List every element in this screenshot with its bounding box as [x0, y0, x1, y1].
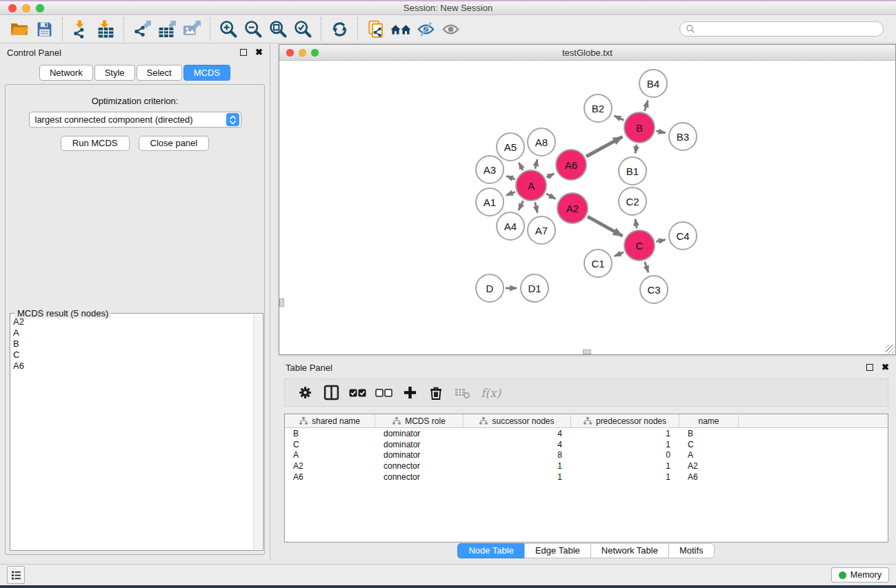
mcds-result-item[interactable]: C [13, 349, 263, 361]
column-header-shared-name[interactable]: shared name [285, 414, 375, 427]
node-A1[interactable]: A1 [475, 187, 504, 216]
zoom-network-window-button[interactable] [311, 49, 319, 57]
edge-A-A6[interactable] [546, 174, 554, 178]
close-network-window-button[interactable] [286, 49, 294, 57]
node-C2[interactable]: C2 [618, 187, 647, 216]
table-row[interactable]: A6connector11A6 [285, 472, 888, 483]
node-B[interactable]: B [624, 112, 655, 143]
add-row-button[interactable] [398, 382, 421, 404]
tab-select[interactable]: Select [137, 65, 182, 81]
window-resize-grip[interactable] [886, 345, 895, 354]
node-A5[interactable]: A5 [496, 132, 525, 161]
select-all-button[interactable] [346, 382, 369, 404]
task-history-button[interactable] [7, 566, 25, 584]
hide-graphics-details-button[interactable] [413, 17, 438, 41]
tab-edge-table[interactable]: Edge Table [524, 543, 591, 558]
edge-A6-B[interactable] [586, 136, 622, 156]
close-table-panel-icon[interactable]: ✖ [882, 364, 889, 371]
node-B2[interactable]: B2 [584, 94, 613, 123]
canvas-left-handle[interactable] [279, 298, 284, 307]
memory-button[interactable]: Memory [831, 567, 889, 582]
delete-table-button[interactable] [450, 382, 474, 404]
float-table-panel-icon[interactable] [866, 364, 873, 371]
table-row[interactable]: Cdominator41C [285, 439, 888, 450]
edge-A-A7[interactable] [535, 202, 538, 212]
minimize-network-window-button[interactable] [299, 49, 306, 57]
edge-B-B1[interactable] [635, 145, 637, 154]
table-settings-button[interactable] [293, 382, 317, 404]
edge-A-A1[interactable] [506, 192, 515, 195]
node-B3[interactable]: B3 [668, 122, 697, 151]
zoom-selected-button[interactable] [290, 17, 315, 41]
mcds-result-item[interactable]: A [13, 327, 263, 338]
column-header-successor-nodes[interactable]: successor nodes [464, 414, 571, 427]
edge-C-C4[interactable] [656, 240, 665, 242]
edge-A2-C[interactable] [588, 216, 623, 236]
tab-mcds[interactable]: MCDS [183, 65, 230, 81]
export-table-button[interactable] [155, 17, 179, 41]
function-builder-button[interactable]: f(x) [481, 386, 501, 400]
edge-B-B3[interactable] [656, 131, 665, 133]
node-A8[interactable]: A8 [527, 128, 556, 156]
edge-A-A2[interactable] [546, 194, 556, 199]
column-header-name[interactable]: name [679, 414, 739, 427]
canvas-bottom-handle[interactable] [583, 349, 591, 354]
result-scrollbar[interactable] [253, 314, 262, 549]
zoom-window-button[interactable] [36, 4, 44, 12]
run-mcds-button[interactable]: Run MCDS [61, 136, 130, 151]
node-C1[interactable]: C1 [584, 249, 613, 278]
node-B1[interactable]: B1 [618, 156, 647, 185]
edge-A-A8[interactable] [535, 159, 537, 168]
node-D[interactable]: D [475, 274, 504, 303]
minimize-window-button[interactable] [22, 4, 30, 12]
clone-network-button[interactable] [364, 17, 388, 41]
network-canvas[interactable]: B4B2BB3A8A5A6A3B1AC2A1A2A4A7C4CC1DD1C3 [279, 61, 895, 354]
mcds-result-item[interactable]: A2 [13, 316, 263, 327]
column-header-MCDS-role[interactable]: MCDS role [375, 414, 464, 427]
edge-A-A3[interactable] [506, 176, 515, 179]
export-image-button[interactable] [179, 17, 204, 41]
save-session-button[interactable] [32, 17, 57, 41]
delete-row-button[interactable] [424, 382, 448, 404]
node-C4[interactable]: C4 [668, 221, 697, 250]
show-graphics-details-button[interactable] [438, 17, 463, 41]
import-table-button[interactable] [93, 17, 118, 41]
close-window-button[interactable] [8, 4, 17, 12]
show-columns-button[interactable] [319, 382, 343, 404]
export-network-button[interactable] [130, 17, 155, 41]
edge-C-C3[interactable] [645, 262, 648, 273]
node-A[interactable]: A [515, 170, 547, 201]
node-A2[interactable]: A2 [557, 192, 588, 224]
refresh-button[interactable] [327, 17, 352, 41]
tab-motifs[interactable]: Motifs [668, 543, 715, 558]
tab-network[interactable]: Network [39, 65, 93, 81]
column-header-predecessor-nodes[interactable]: predecessor nodes [571, 414, 679, 427]
edge-B-B2[interactable] [615, 116, 624, 120]
zoom-fit-button[interactable] [266, 17, 290, 41]
tab-network-table[interactable]: Network Table [590, 543, 669, 558]
table-row[interactable]: A2connector11A2 [285, 460, 888, 472]
edge-C-C1[interactable] [615, 252, 624, 256]
optimization-criterion-select[interactable]: largest connected component (directed) [29, 112, 241, 128]
zoom-out-button[interactable] [241, 17, 266, 41]
search-input[interactable] [695, 24, 877, 34]
node-A4[interactable]: A4 [496, 212, 525, 241]
float-panel-icon[interactable] [240, 49, 247, 56]
first-neighbors-button[interactable] [388, 17, 413, 41]
zoom-in-button[interactable] [216, 17, 241, 41]
open-session-button[interactable] [7, 17, 32, 41]
tab-style[interactable]: Style [94, 65, 135, 81]
table-row[interactable]: Adominator80A [285, 449, 888, 460]
node-A3[interactable]: A3 [475, 155, 504, 184]
node-A7[interactable]: A7 [527, 216, 556, 245]
import-network-button[interactable] [68, 17, 93, 41]
node-C[interactable]: C [624, 230, 655, 261]
search-field[interactable] [679, 21, 884, 37]
node-D1[interactable]: D1 [520, 274, 549, 303]
mcds-result-item[interactable]: A6 [13, 361, 263, 372]
close-panel-button[interactable]: Close panel [139, 136, 210, 151]
node-A6[interactable]: A6 [555, 149, 587, 181]
table-row[interactable]: Bdominator41B [285, 428, 888, 439]
edge-C-C2[interactable] [635, 219, 637, 229]
edge-B-B4[interactable] [644, 101, 648, 111]
